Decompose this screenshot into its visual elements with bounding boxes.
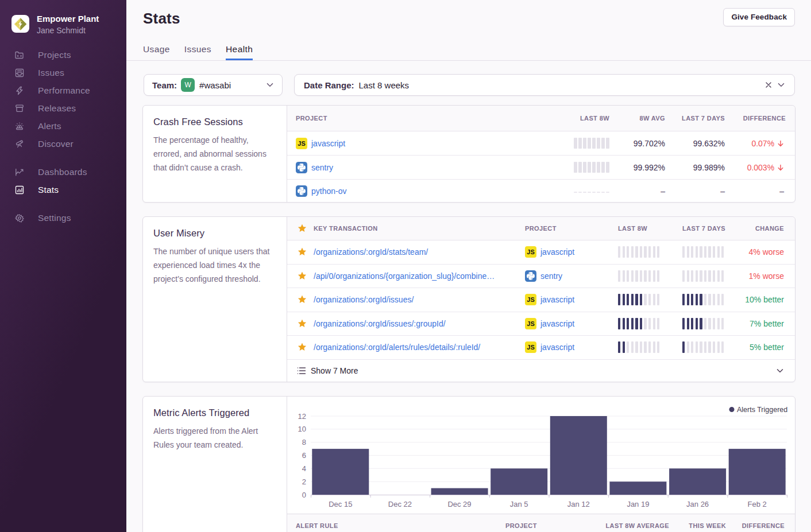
svg-text:8: 8 — [302, 438, 306, 446]
svg-text:12: 12 — [298, 412, 306, 421]
svg-text:Jan 12: Jan 12 — [567, 500, 590, 508]
svg-text:Dec 15: Dec 15 — [329, 500, 352, 508]
svg-text:Alerts Triggered: Alerts Triggered — [737, 406, 787, 414]
svg-text:Jan 26: Jan 26 — [686, 500, 709, 508]
svg-text:4: 4 — [302, 464, 306, 473]
svg-text:Jan 19: Jan 19 — [627, 500, 649, 508]
svg-text:2: 2 — [302, 477, 306, 486]
svg-text:6: 6 — [302, 451, 306, 460]
svg-text:0: 0 — [302, 491, 306, 499]
svg-text:Jan 5: Jan 5 — [510, 500, 528, 508]
svg-text:10: 10 — [298, 425, 306, 433]
svg-text:Dec 29: Dec 29 — [447, 500, 471, 508]
svg-text:Feb 2: Feb 2 — [748, 500, 767, 508]
svg-text:Dec 22: Dec 22 — [388, 500, 412, 508]
